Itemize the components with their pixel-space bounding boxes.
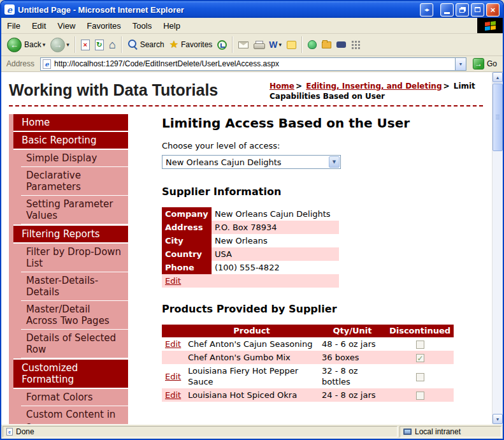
sidebar-group: Format Colors Custom Content in a bbox=[13, 389, 128, 424]
back-icon: ← bbox=[7, 38, 22, 52]
menu-edit[interactable]: Edit bbox=[26, 18, 52, 33]
breadcrumb-separator: > bbox=[296, 82, 302, 91]
products-section-heading: Products Provided by Supplier bbox=[162, 303, 483, 315]
address-bar: Address e http://localhost:1297/Code/Edi… bbox=[1, 56, 503, 72]
search-button[interactable]: Search bbox=[125, 38, 167, 52]
refresh-icon: ↻ bbox=[95, 40, 104, 50]
discuss-button[interactable] bbox=[284, 39, 299, 51]
back-button[interactable]: ← Back ▾ bbox=[4, 36, 48, 54]
sidebar-item-declarative-parameters[interactable]: Declarative Parameters bbox=[21, 167, 128, 196]
close-button[interactable]: × bbox=[486, 3, 500, 17]
chevron-down-icon[interactable]: ▼ bbox=[329, 156, 340, 168]
menu-view[interactable]: View bbox=[52, 18, 81, 33]
scroll-down-icon[interactable]: ▼ bbox=[493, 414, 503, 424]
refresh-button[interactable]: ↻ bbox=[92, 38, 106, 52]
back-label: Back bbox=[24, 40, 41, 49]
breadcrumb: Home> Editing, Inserting, and Deleting> … bbox=[270, 78, 483, 101]
menu-tools[interactable]: Tools bbox=[127, 18, 157, 33]
field-value: New Orleans bbox=[212, 234, 339, 247]
address-url[interactable]: http://localhost:1297/Code/EditInsertDel… bbox=[54, 59, 455, 68]
chevron-down-icon[interactable]: ▾ bbox=[279, 41, 282, 48]
edit-link[interactable]: Edit bbox=[165, 339, 181, 349]
forward-icon: → bbox=[50, 38, 65, 52]
print-button[interactable] bbox=[251, 39, 266, 51]
browser-window: e Untitled Page - Microsoft Internet Exp… bbox=[0, 0, 504, 440]
sidebar-item-filter-by-drop-down-list[interactable]: Filter by Drop-Down List bbox=[21, 244, 128, 272]
scrollbar-thumb[interactable] bbox=[493, 84, 503, 151]
edit-link[interactable]: Edit bbox=[165, 372, 181, 381]
scrollbar-track[interactable] bbox=[493, 82, 503, 414]
menu-favorites[interactable]: Favorites bbox=[81, 18, 126, 33]
computer-icon bbox=[403, 429, 412, 435]
sidebar-item-master-details-details[interactable]: Master-Details-Details bbox=[21, 272, 128, 301]
product-name: Chef Anton's Gumbo Mix bbox=[185, 351, 319, 364]
zone-label: Local intranet bbox=[415, 427, 461, 436]
forward-button[interactable]: → ▾ bbox=[48, 36, 72, 54]
sidebar-group: Simple Display Declarative Parameters Se… bbox=[13, 150, 128, 224]
scroll-up-icon[interactable]: ▲ bbox=[493, 72, 503, 82]
page-title: Limiting Access Based on the User bbox=[162, 115, 483, 131]
sidebar-item-format-colors[interactable]: Format Colors bbox=[21, 389, 128, 406]
column-header-product: Product bbox=[185, 325, 319, 337]
chevron-down-icon[interactable]: ▾ bbox=[43, 41, 46, 48]
vertical-scrollbar[interactable]: ▲ ▼ bbox=[492, 72, 503, 424]
address-input[interactable]: e http://localhost:1297/Code/EditInsertD… bbox=[40, 57, 466, 71]
address-dropdown-icon[interactable]: ▼ bbox=[455, 58, 466, 70]
toolbar-separator bbox=[232, 36, 233, 53]
discontinued-checkbox bbox=[416, 341, 424, 349]
document-icon: e bbox=[6, 428, 13, 436]
research-button[interactable] bbox=[334, 40, 349, 50]
chevron-down-icon[interactable]: ▾ bbox=[66, 41, 69, 48]
quick-launch-button[interactable] bbox=[349, 38, 363, 51]
maximize-button[interactable] bbox=[471, 3, 484, 17]
page-icon: e bbox=[43, 59, 51, 69]
sidebar-item-basic-reporting[interactable]: Basic Reporting bbox=[13, 132, 128, 149]
product-name: Louisiana Hot Spiced Okra bbox=[185, 388, 319, 402]
product-qty: 32 - 8 oz bottles bbox=[319, 364, 386, 388]
go-arrow-icon: → bbox=[473, 58, 484, 70]
edit-link[interactable]: Edit bbox=[165, 390, 181, 400]
field-label: Company bbox=[162, 207, 212, 221]
restore-button[interactable] bbox=[456, 3, 469, 17]
fullscreen-toggle-icon[interactable]: ◂▸ bbox=[420, 3, 433, 17]
sidebar-item-custom-content[interactable]: Custom Content in a bbox=[21, 406, 128, 424]
sidebar-item-setting-parameter-values[interactable]: Setting Parameter Values bbox=[21, 196, 128, 224]
favorites-star-icon: ★ bbox=[169, 40, 178, 50]
toolbar-separator bbox=[121, 36, 122, 53]
discuss-icon bbox=[287, 41, 296, 49]
sidebar-item-filtering-reports[interactable]: Filtering Reports bbox=[13, 226, 128, 242]
history-button[interactable] bbox=[215, 38, 229, 52]
favorites-button[interactable]: ★ Favorites bbox=[167, 38, 215, 52]
breadcrumb-link-section[interactable]: Editing, Inserting, and Deleting bbox=[306, 82, 442, 91]
go-button[interactable]: → Go bbox=[470, 58, 500, 70]
minimize-icon bbox=[444, 12, 450, 14]
grid-icon bbox=[352, 41, 354, 43]
sidebar-item-home[interactable]: Home bbox=[13, 114, 128, 131]
sidebar-item-master-detail-across-two-pages[interactable]: Master/Detail Across Two Pages bbox=[21, 301, 128, 330]
discontinued-checkbox bbox=[416, 373, 424, 381]
windows-flag-icon bbox=[485, 20, 496, 30]
stop-button[interactable]: × bbox=[78, 38, 92, 52]
mail-icon bbox=[238, 41, 248, 48]
sidebar-item-simple-display[interactable]: Simple Display bbox=[21, 150, 128, 167]
menu-help[interactable]: Help bbox=[157, 18, 186, 33]
sidebar-item-details-of-selected-row[interactable]: Details of Selected Row bbox=[21, 330, 128, 358]
folders-button[interactable] bbox=[319, 40, 334, 50]
breadcrumb-link-home[interactable]: Home bbox=[270, 82, 294, 91]
home-button[interactable]: ⌂ bbox=[106, 37, 119, 52]
supplier-details-table: Company New Orleans Cajun Delights Addre… bbox=[162, 207, 339, 288]
mail-button[interactable] bbox=[236, 40, 251, 50]
status-bar: e Done Local intranet bbox=[1, 424, 503, 439]
minimize-button[interactable] bbox=[440, 3, 454, 17]
sidebar-group: Filter by Drop-Down List Master-Details-… bbox=[13, 244, 128, 358]
product-row: Edit Louisiana Hot Spiced Okra 24 - 8 oz… bbox=[162, 388, 454, 402]
product-name: Louisiana Fiery Hot Pepper Sauce bbox=[185, 364, 319, 388]
table-row: Phone (100) 555-4822 bbox=[162, 261, 339, 274]
menu-file[interactable]: File bbox=[1, 18, 26, 33]
supplier-edit-link[interactable]: Edit bbox=[165, 276, 181, 286]
messenger-button[interactable] bbox=[305, 38, 319, 51]
edit-with-word-button[interactable]: W ▾ bbox=[266, 38, 284, 52]
access-level-select[interactable]: New Orleans Cajun Delights ▼ bbox=[162, 155, 341, 169]
toolbar: ← Back ▾ → ▾ × ↻ ⌂ Search ★ Favorites bbox=[1, 34, 503, 56]
sidebar-item-customized-formatting[interactable]: Customized Formatting bbox=[13, 360, 128, 388]
